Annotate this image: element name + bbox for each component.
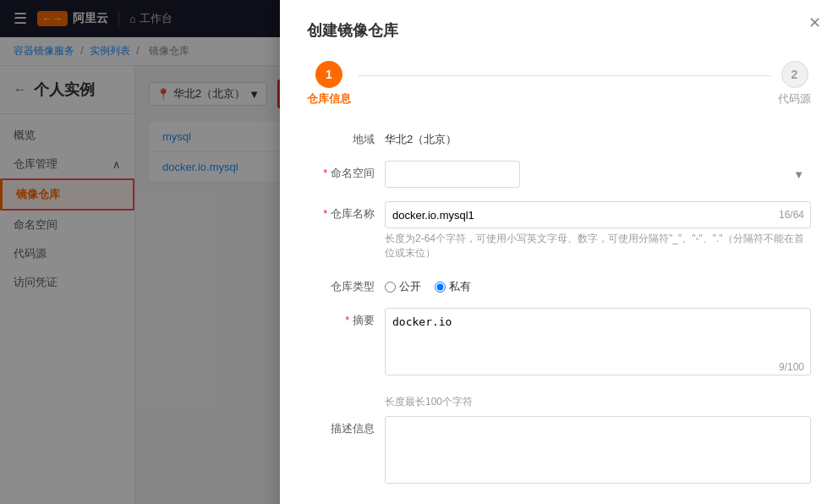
region-form-label: 地域: [307, 127, 375, 147]
radio-public-input[interactable]: [385, 282, 396, 293]
repo-type-form-label: 仓库类型: [307, 274, 375, 294]
namespace-select-wrapper: ▼: [385, 161, 811, 188]
summary-textarea-wrapper: docker.io 9/100: [385, 308, 811, 378]
create-repo-modal: ✕ 创建镜像仓库 1 仓库信息 2 代码源 地域 华北2（北京） 命名空间: [280, 0, 838, 504]
modal-title: 创建镜像仓库: [307, 20, 811, 41]
summary-count: 9/100: [779, 361, 804, 373]
step-2-label: 代码源: [778, 91, 811, 107]
radio-private-input[interactable]: [435, 282, 446, 293]
form-row-summary: 摘要 docker.io 9/100: [307, 308, 811, 378]
summary-hint-row: 长度最长100个字符: [307, 392, 811, 409]
step-1-label: 仓库信息: [307, 91, 351, 107]
radio-private[interactable]: 私有: [435, 279, 471, 294]
repo-name-form-label: 仓库名称: [307, 201, 375, 222]
summary-form-label: 摘要: [307, 308, 375, 328]
repo-type-radio-group: 公开 私有: [385, 274, 471, 294]
region-form-value: 华北2（北京）: [385, 127, 811, 147]
modal-close-button[interactable]: ✕: [808, 14, 821, 32]
modal-overlay: ✕ 创建镜像仓库 1 仓库信息 2 代码源 地域 华北2（北京） 命名空间: [0, 0, 838, 504]
form-row-desc: 描述信息: [307, 416, 811, 486]
summary-textarea[interactable]: docker.io: [385, 308, 811, 375]
repo-name-input[interactable]: [385, 201, 811, 228]
repo-name-input-wrapper: 16/64: [385, 201, 811, 228]
desc-form-label: 描述信息: [307, 416, 375, 436]
step-1-circle: 1: [315, 61, 342, 88]
desc-textarea[interactable]: [385, 416, 811, 484]
form-row-repo-name: 仓库名称 16/64 长度为2-64个字符，可使用小写英文字母、数字，可使用分隔…: [307, 201, 811, 260]
form-row-namespace: 命名空间 ▼: [307, 161, 811, 188]
radio-public-label: 公开: [399, 279, 421, 294]
repo-name-hint: 长度为2-64个字符，可使用小写英文字母、数字，可使用分隔符"_"、"-"、".…: [385, 232, 811, 260]
desc-textarea-wrapper: [385, 416, 811, 486]
step-2-circle: 2: [781, 61, 808, 88]
step-1: 1 仓库信息: [307, 61, 351, 107]
form-row-repo-type: 仓库类型 公开 私有: [307, 274, 811, 294]
radio-public[interactable]: 公开: [385, 279, 421, 294]
repo-name-count: 16/64: [779, 209, 804, 221]
select-arrow-icon: ▼: [793, 168, 804, 181]
namespace-select[interactable]: [385, 161, 520, 188]
step-2: 2 代码源: [778, 61, 811, 107]
form-row-region: 地域 华北2（北京）: [307, 127, 811, 147]
radio-private-label: 私有: [449, 279, 471, 294]
steps-bar: 1 仓库信息 2 代码源: [307, 61, 811, 107]
step-line: [358, 75, 771, 76]
namespace-form-label: 命名空间: [307, 161, 375, 181]
summary-hint: 长度最长100个字符: [385, 395, 473, 409]
